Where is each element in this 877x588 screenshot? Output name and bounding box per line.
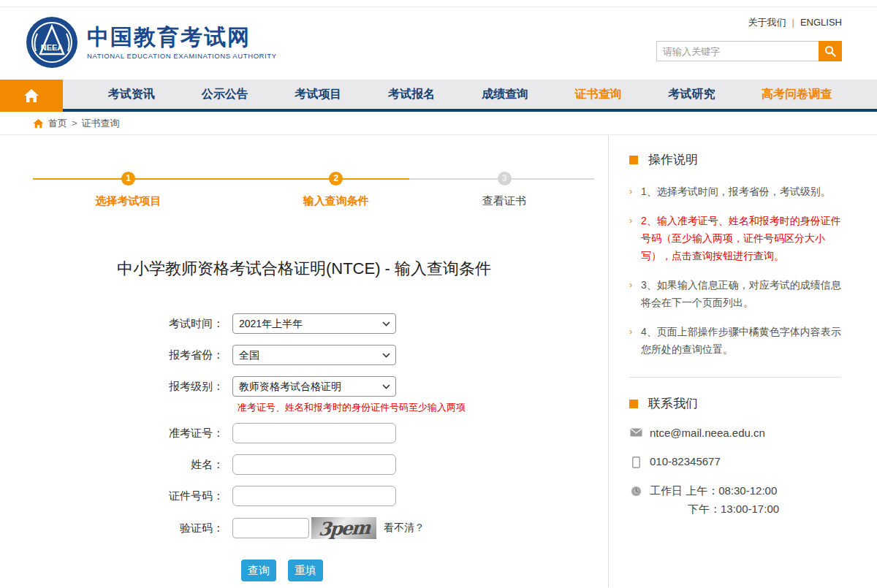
step-1-dot: 1 [121, 172, 135, 186]
page-title: 中小学教师资格考试合格证明(NTCE) - 输入查询条件 [0, 258, 608, 280]
id-number-label: 证件号码： [0, 489, 232, 503]
phone-icon [629, 455, 642, 468]
contact-header: 联系我们 [629, 395, 876, 412]
search-input[interactable] [656, 41, 819, 61]
nav-item-gaokao-survey[interactable]: 高考问卷调查 [762, 87, 832, 102]
name-input[interactable] [232, 454, 396, 475]
admission-ticket-label: 准考证号： [0, 427, 232, 440]
contact-phone-row: 010-82345677 [629, 455, 876, 468]
breadcrumb-separator: > [72, 118, 77, 129]
contact-hours: 工作日 上午：08:30-12:00 下午：13:00-17:00 [650, 484, 779, 516]
instructions-header: 操作说明 [629, 151, 876, 168]
instruction-item-3: ›3、如果输入信息正确，对应考试的成绩信息将会在下一个页面列出。 [629, 276, 843, 311]
captcha-refresh-link[interactable]: 看不清？ [384, 522, 425, 535]
orange-square-bullet-icon [629, 156, 638, 164]
step-indicator: 1 选择考试项目 2 输入查询条件 3 查看证书 [33, 169, 594, 214]
site-logo[interactable]: NEEA 中国教育考试网 NATIONAL EDUCATION EXAMINAT… [26, 16, 277, 69]
hours-am: 上午：08:30-12:00 [686, 484, 777, 497]
step-2-dot: 2 [329, 172, 343, 186]
search-icon [824, 45, 836, 57]
province-select[interactable]: 全国 [232, 345, 396, 365]
query-form: 考试时间： 2021年上半年 报考省份： 全国 报考级别： [0, 313, 608, 581]
chevron-right-icon: › [629, 323, 632, 340]
step-1-select-project: 1 选择考试项目 [96, 172, 162, 208]
level-label: 报考级别： [0, 380, 232, 394]
step-2-label: 输入查询条件 [303, 194, 369, 208]
contact-email: ntce@mail.neea.edu.cn [650, 427, 765, 439]
chevron-right-icon: › [629, 183, 632, 200]
contact-email-row: ntce@mail.neea.edu.cn [629, 427, 876, 439]
chevron-right-icon: › [629, 212, 632, 229]
svg-text:NEEA: NEEA [41, 43, 64, 52]
id-number-input[interactable] [232, 486, 396, 506]
province-label: 报考省份： [0, 348, 232, 362]
site-title: 中国教育考试网 [87, 25, 277, 50]
step-3-label: 查看证书 [482, 194, 526, 208]
nav-item-exam-research[interactable]: 考试研究 [668, 87, 715, 102]
info-sidebar: 操作说明 ›1、选择考试时间，报考省份，考试级别。 ›2、输入准考证号、姓名和报… [609, 135, 876, 587]
captcha-input[interactable] [232, 518, 309, 538]
nav-item-score-query[interactable]: 成绩查询 [482, 87, 528, 102]
instructions-title: 操作说明 [648, 151, 698, 168]
nav-item-registration[interactable]: 考试报名 [388, 87, 435, 102]
contact-title: 联系我们 [648, 395, 698, 412]
nav-item-certificate-query[interactable]: 证书查询 [575, 87, 622, 102]
contact-hours-row: 工作日 上午：08:30-12:00 下午：13:00-17:00 [629, 484, 876, 516]
admission-ticket-input[interactable] [232, 423, 396, 443]
breadcrumb: 首页 > 证书查询 [0, 112, 877, 135]
nav-item-exam-projects[interactable]: 考试项目 [295, 87, 341, 102]
breadcrumb-home-icon [33, 118, 44, 129]
contact-phone: 010-82345677 [650, 455, 721, 467]
step-1-label: 选择考试项目 [96, 194, 162, 208]
instructions-list: ›1、选择考试时间，报考省份，考试级别。 ›2、输入准考证号、姓名和报考时的身份… [629, 183, 843, 358]
english-link[interactable]: ENGLISH [800, 17, 842, 28]
form-hint: 准考证号、姓名和报考时的身份证件号码至少输入两项 [238, 401, 608, 414]
step-3-dot: 3 [498, 172, 512, 186]
chevron-right-icon: › [629, 276, 632, 294]
search-button[interactable] [819, 41, 842, 61]
nav-home-button[interactable] [0, 80, 63, 112]
captcha-label: 验证码： [0, 522, 232, 535]
captcha-image: 3pem [311, 517, 376, 539]
nav-item-announcements[interactable]: 公示公告 [202, 87, 248, 102]
site-subtitle: NATIONAL EDUCATION EXAMINATIONS AUTHORIT… [87, 52, 277, 60]
neea-emblem-icon: NEEA [26, 16, 78, 69]
site-header: NEEA 中国教育考试网 NATIONAL EDUCATION EXAMINAT… [0, 7, 877, 80]
step-3-view-certificate: 3 查看证书 [482, 172, 526, 208]
step-2-enter-criteria: 2 输入查询条件 [303, 172, 369, 208]
reset-button[interactable]: 重填 [288, 560, 323, 581]
captcha-code: 3pem [318, 516, 370, 539]
envelope-icon [629, 427, 642, 437]
orange-square-bullet-icon [629, 400, 638, 408]
clock-icon [629, 484, 642, 497]
instruction-item-2: ›2、输入准考证号、姓名和报考时的身份证件号码（至少输入两项，证件号码区分大小写… [629, 212, 843, 264]
nav-item-exam-news[interactable]: 考试资讯 [108, 87, 155, 102]
top-links-separator: | [792, 17, 794, 28]
instruction-item-1: ›1、选择考试时间，报考省份，考试级别。 [629, 183, 843, 200]
top-links: 关于我们|ENGLISH [748, 16, 842, 29]
top-strip [0, 0, 877, 7]
exam-time-select[interactable]: 2021年上半年 [232, 313, 396, 334]
home-icon [23, 88, 39, 103]
breadcrumb-home-link[interactable]: 首页 [48, 117, 67, 130]
exam-time-label: 考试时间： [0, 317, 232, 331]
hours-pm: 下午：13:00-17:00 [650, 503, 779, 516]
breadcrumb-current: 证书查询 [82, 117, 120, 130]
query-button[interactable]: 查询 [241, 560, 276, 581]
name-label: 姓名： [0, 458, 232, 472]
query-panel: 1 选择考试项目 2 输入查询条件 3 查看证书 中小学教师资格考试合格证明(N… [0, 135, 609, 587]
main-nav: 考试资讯 公示公告 考试项目 考试报名 成绩查询 证书查询 考试研究 高考问卷调… [0, 80, 877, 112]
about-us-link[interactable]: 关于我们 [748, 17, 786, 28]
search-bar [656, 41, 842, 61]
instruction-item-4: ›4、页面上部操作步骤中橘黄色字体内容表示您所处的查询位置。 [629, 323, 843, 358]
level-select[interactable]: 教师资格考试合格证明 [232, 376, 396, 397]
hours-label: 工作日 [650, 484, 686, 497]
sidebar-divider [629, 377, 841, 378]
